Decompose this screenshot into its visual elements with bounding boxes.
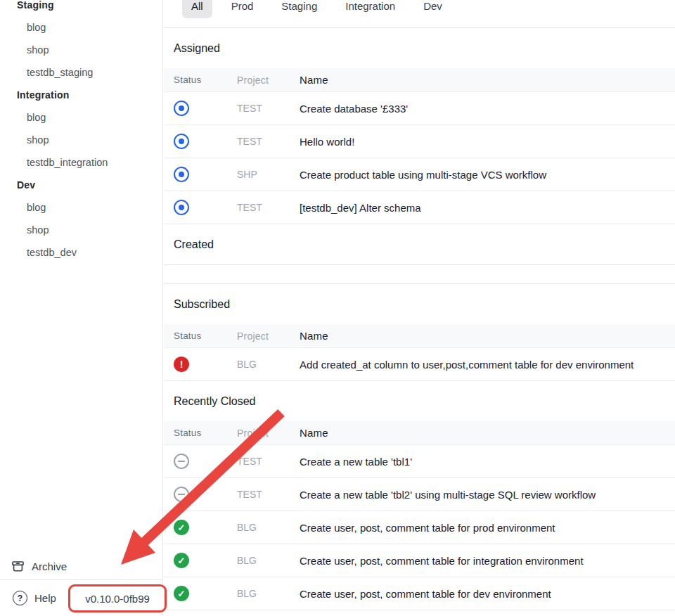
column-header-status: Status [174, 75, 237, 85]
archive-label: Archive [32, 560, 67, 572]
issue-project: BLG [237, 588, 300, 599]
column-header-project: Project [237, 75, 300, 86]
sidebar-item-database[interactable]: shop [0, 129, 162, 151]
archive-icon [11, 560, 25, 573]
app-window: Stagingblogshoptestdb_stagingIntegration… [0, 0, 675, 616]
sidebar-item-database[interactable]: blog [0, 196, 162, 219]
column-header-status: Status [174, 428, 237, 438]
issue-row[interactable]: TEST Create database '£333' [164, 92, 675, 125]
tab-dev[interactable]: Dev [414, 0, 451, 18]
help-label: Help [34, 592, 56, 604]
section: Subscribed Status Project Name BLG Add c… [164, 284, 675, 381]
sidebar-item-database[interactable]: shop [0, 219, 162, 241]
issue-name: Create user, post, comment table for dev… [300, 588, 675, 600]
issue-sections: Assigned Status Project Name TEST Create… [164, 28, 675, 610]
status-open-icon [174, 200, 189, 215]
version-badge: v0.10.0-0fb99 [68, 584, 167, 612]
status-canceled-icon [174, 454, 189, 469]
column-header-name: Name [300, 74, 675, 86]
issue-project: TEST [237, 136, 300, 147]
issue-name: Create a new table 'tbl1' [300, 456, 675, 468]
status-done-icon [174, 520, 189, 535]
status-open-icon [174, 167, 189, 182]
sidebar: Stagingblogshoptestdb_stagingIntegration… [0, 0, 163, 616]
issue-name: Create database '£333' [300, 103, 675, 115]
issue-row[interactable]: TEST [testdb_dev] Alter schema [164, 191, 675, 224]
main-content: AllProdStagingIntegrationDev Assigned St… [164, 0, 675, 616]
issue-name: [testdb_dev] Alter schema [300, 202, 675, 214]
column-header-name: Name [300, 427, 675, 439]
tab-all[interactable]: All [182, 0, 212, 18]
issue-project: TEST [237, 103, 300, 114]
issue-row[interactable]: TEST Create a new table 'tbl2' using mul… [164, 478, 675, 511]
section-title: Subscribed [164, 284, 675, 324]
column-header-project: Project [237, 428, 300, 439]
sidebar-item-database[interactable]: shop [0, 39, 162, 61]
help-icon: ? [13, 591, 27, 605]
table-header-row: Status Project Name [164, 68, 675, 92]
sidebar-item-database[interactable]: testdb_dev [0, 241, 162, 264]
column-header-status: Status [174, 331, 237, 341]
sidebar-item-database[interactable]: blog [0, 106, 162, 129]
section-title: Recently Closed [164, 381, 675, 421]
section: Assigned Status Project Name TEST Create… [164, 28, 675, 224]
issue-row[interactable]: BLG Create user, post, comment table for… [164, 577, 675, 610]
sidebar-group-label: Integration [0, 84, 162, 106]
column-header-project: Project [237, 331, 300, 342]
sidebar-item-database[interactable]: blog [0, 16, 162, 39]
section: Recently Closed Status Project Name TEST… [164, 381, 675, 610]
database-tree: Stagingblogshoptestdb_stagingIntegration… [0, 0, 162, 264]
tab-staging[interactable]: Staging [272, 0, 326, 18]
issue-row[interactable]: BLG Add created_at column to user,post,c… [164, 348, 675, 381]
tab-prod[interactable]: Prod [222, 0, 263, 18]
issue-row[interactable]: TEST Create a new table 'tbl1' [164, 445, 675, 478]
status-open-icon [174, 134, 189, 149]
issue-project: TEST [237, 202, 300, 213]
issue-project: TEST [237, 456, 300, 467]
issue-project: BLG [237, 555, 300, 566]
table-header-row: Status Project Name [164, 324, 675, 348]
status-done-icon [174, 586, 189, 601]
issue-name: Create user, post, comment table for int… [300, 555, 675, 567]
section-title: Created [164, 224, 675, 264]
issue-row[interactable]: TEST Hello world! [164, 125, 675, 158]
empty-table [164, 264, 675, 284]
environment-tab-bar: AllProdStagingIntegrationDev [164, 0, 675, 28]
issue-project: TEST [237, 489, 300, 500]
section: Created [164, 224, 675, 284]
status-attention-icon [174, 357, 189, 372]
issue-name: Add created_at column to user,post,comme… [300, 359, 675, 371]
sidebar-item-database[interactable]: testdb_integration [0, 151, 162, 174]
status-done-icon [174, 553, 189, 568]
issue-name: Hello world! [300, 136, 675, 148]
sidebar-bottom: Archive ? Help v0.10.0-0fb99 [0, 553, 163, 616]
column-header-name: Name [300, 330, 675, 342]
status-open-icon [174, 101, 189, 116]
issue-row[interactable]: BLG Create user, post, comment table for… [164, 511, 675, 544]
issue-name: Create product table using multi-stage V… [300, 169, 675, 181]
tab-integration[interactable]: Integration [336, 0, 404, 18]
section-title: Assigned [164, 28, 675, 68]
issue-row[interactable]: BLG Create user, post, comment table for… [164, 544, 675, 577]
issue-project: SHP [237, 169, 300, 180]
issue-row[interactable]: SHP Create product table using multi-sta… [164, 158, 675, 191]
sidebar-item-archive[interactable]: Archive [0, 553, 163, 579]
issue-project: BLG [237, 522, 300, 533]
sidebar-item-help[interactable]: ? Help v0.10.0-0fb99 [0, 579, 163, 616]
status-canceled-icon [174, 487, 189, 502]
sidebar-group-label: Staging [0, 0, 162, 16]
sidebar-item-database[interactable]: testdb_staging [0, 61, 162, 84]
sidebar-group-label: Dev [0, 174, 162, 196]
issue-name: Create a new table 'tbl2' using multi-st… [300, 489, 675, 501]
issue-name: Create user, post, comment table for pro… [300, 522, 675, 534]
table-header-row: Status Project Name [164, 421, 675, 445]
issue-project: BLG [237, 359, 300, 370]
